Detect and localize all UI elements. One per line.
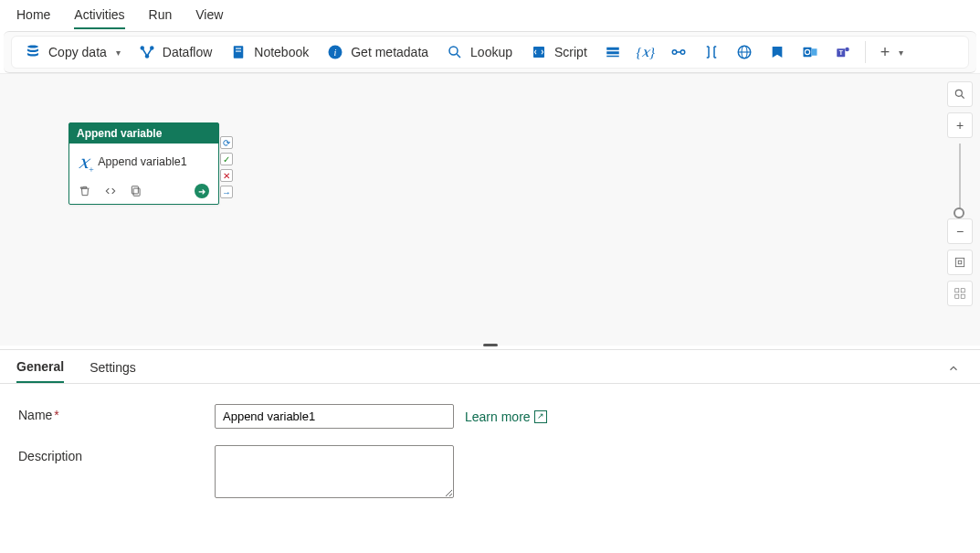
svg-point-28 (955, 90, 962, 96)
mini-map-button[interactable] (947, 281, 973, 306)
delete-icon[interactable] (79, 185, 91, 197)
canvas-search-button[interactable] (947, 81, 973, 107)
toolbar-bing[interactable] (763, 37, 792, 67)
svg-rect-5 (236, 51, 241, 52)
script-icon (531, 44, 547, 60)
name-field-label: Name* (18, 404, 215, 429)
globe-icon (736, 44, 753, 60)
menu-tab-home[interactable]: Home (16, 5, 50, 27)
toolbar-web[interactable] (730, 37, 759, 67)
svg-rect-34 (955, 294, 959, 298)
toolbar-teams[interactable]: T (828, 37, 858, 67)
activity-name-label: Append variable1 (98, 155, 186, 168)
script-button[interactable]: Script (523, 40, 595, 64)
zoom-out-button[interactable]: − (947, 218, 973, 244)
toolbar-extra-1[interactable] (598, 37, 627, 67)
activity-header: Append variable (69, 123, 218, 144)
pipeline-canvas[interactable]: Append variable 𝑥+ Append variable1 ➜ ⟳ … (0, 73, 980, 346)
details-tab-general[interactable]: General (16, 356, 64, 383)
svg-line-29 (962, 96, 964, 99)
svg-rect-27 (132, 186, 138, 194)
svg-rect-21 (811, 48, 817, 56)
dataflow-icon (139, 44, 155, 60)
canvas-zoom-panel: + − (947, 81, 973, 306)
menu-tab-view[interactable]: View (195, 5, 223, 27)
activity-node-append-variable[interactable]: Append variable 𝑥+ Append variable1 ➜ (68, 122, 219, 205)
details-tab-settings[interactable]: Settings (90, 356, 136, 382)
svg-rect-12 (606, 51, 619, 54)
toolbar-extra-4[interactable] (697, 37, 726, 67)
copy-icon[interactable] (130, 185, 142, 197)
notebook-button[interactable]: Notebook (223, 40, 316, 64)
svg-rect-31 (958, 261, 962, 264)
bookmark-icon (770, 45, 785, 59)
svg-rect-33 (961, 289, 964, 292)
description-textarea[interactable] (215, 445, 454, 498)
add-activity-button[interactable]: + ▾ (873, 39, 912, 66)
lookup-label: Lookup (470, 45, 512, 59)
minimap-icon (954, 287, 966, 300)
learn-more-link[interactable]: Learn more ↗ (465, 404, 547, 429)
notebook-icon (230, 44, 247, 60)
search-icon (954, 88, 966, 101)
svg-rect-30 (955, 258, 964, 266)
description-field-label: Description (18, 445, 215, 498)
info-icon: i (327, 44, 343, 60)
search-icon (447, 44, 463, 60)
minus-icon: − (956, 224, 964, 239)
toolbar-variable[interactable]: {𝑥} (631, 37, 660, 67)
svg-rect-26 (133, 188, 140, 196)
toolbar-separator (865, 41, 866, 63)
learn-more-label: Learn more (465, 409, 531, 424)
svg-point-15 (680, 50, 685, 55)
fit-icon (954, 256, 966, 269)
svg-rect-32 (955, 289, 959, 292)
zoom-slider[interactable] (959, 144, 961, 213)
svg-point-8 (449, 47, 458, 55)
connector-fail-icon[interactable]: ✕ (220, 169, 233, 182)
external-link-icon: ↗ (534, 410, 547, 423)
menu-tab-activities[interactable]: Activities (74, 5, 124, 29)
zoom-slider-knob[interactable] (954, 207, 964, 218)
svg-line-9 (457, 54, 460, 58)
menu-tab-run[interactable]: Run (149, 5, 173, 27)
dataflow-label: Dataflow (163, 45, 212, 59)
svg-point-25 (845, 48, 849, 52)
script-label: Script (554, 45, 587, 59)
top-menu-bar: Home Activities Run View (0, 0, 980, 31)
dataflow-button[interactable]: Dataflow (132, 40, 219, 64)
copy-data-icon (25, 44, 41, 60)
activity-output-connectors: ⟳ ✓ ✕ → (220, 136, 233, 198)
code-icon[interactable] (104, 185, 117, 197)
run-arrow-icon[interactable]: ➜ (195, 184, 209, 198)
chevron-down-icon: ▾ (116, 48, 121, 58)
connector-success-icon[interactable]: ✓ (220, 153, 233, 165)
teams-icon: T (835, 44, 851, 60)
notebook-label: Notebook (254, 45, 309, 59)
get-metadata-button[interactable]: i Get metadata (320, 40, 436, 64)
lookup-button[interactable]: Lookup (439, 40, 520, 64)
plus-icon: + (880, 43, 890, 62)
connector-retry-icon[interactable]: ⟳ (220, 136, 233, 149)
plus-icon: + (956, 118, 964, 133)
collapse-details-button[interactable] (943, 358, 964, 381)
chevron-down-icon: ▾ (899, 48, 903, 58)
brackets-icon (703, 44, 720, 60)
copy-data-button[interactable]: Copy data ▾ (17, 40, 128, 64)
zoom-fit-button[interactable] (947, 250, 973, 275)
get-metadata-label: Get metadata (351, 45, 428, 59)
chevron-up-icon (947, 362, 960, 375)
outlook-icon (802, 44, 818, 60)
svg-rect-13 (606, 56, 619, 58)
toolbar-outlook[interactable] (796, 37, 825, 67)
variable-icon: {𝑥} (637, 44, 655, 60)
details-pane: General Settings Name* Learn more ↗ Desc… (0, 349, 980, 535)
svg-text:i: i (334, 48, 337, 58)
connector-skip-icon[interactable]: → (220, 186, 233, 198)
splitter-handle[interactable] (0, 346, 980, 349)
zoom-in-button[interactable]: + (947, 112, 973, 138)
svg-rect-11 (606, 48, 619, 50)
svg-rect-35 (961, 294, 964, 298)
toolbar-extra-3[interactable] (664, 37, 693, 67)
name-input[interactable] (215, 404, 454, 429)
